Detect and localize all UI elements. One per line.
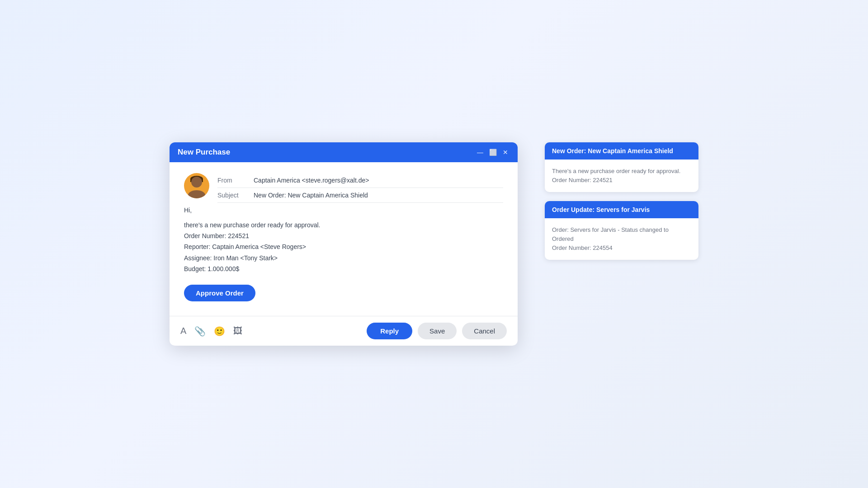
approve-order-button[interactable]: Approve Order [184, 285, 255, 301]
image-icon[interactable]: 🖼 [233, 326, 242, 336]
notification-header-1: New Order: New Captain America Shield [545, 142, 698, 160]
minimize-button[interactable]: — [476, 148, 484, 156]
save-button[interactable]: Save [418, 323, 457, 339]
notification-card-1: New Order: New Captain America Shield Th… [545, 142, 698, 192]
cancel-button[interactable]: Cancel [462, 323, 507, 339]
body-line4: Assignee: Iron Man <Tony Stark> [184, 253, 503, 263]
footer-icons: A 📎 🙂 🖼 [180, 326, 242, 337]
modal-body: From Captain America <steve.rogers@xalt.… [170, 162, 518, 316]
body-line3: Reporter: Captain America <Steve Rogers> [184, 242, 503, 252]
email-body: there's a new purchase order ready for a… [184, 220, 503, 274]
main-container: New Purchase — ⬜ ✕ [170, 142, 698, 346]
modal-titlebar: New Purchase — ⬜ ✕ [170, 142, 518, 162]
from-value: Captain America <steve.rogers@xalt.de> [254, 177, 369, 184]
notification-title-1: New Order: New Captain America Shield [552, 147, 673, 155]
from-label: From [217, 177, 254, 184]
email-header: From Captain America <steve.rogers@xalt.… [184, 173, 503, 203]
emoji-icon[interactable]: 🙂 [214, 326, 225, 337]
avatar [184, 173, 209, 198]
subject-field: Subject New Order: New Captain America S… [217, 188, 503, 203]
notification-title-2: Order Update: Servers for Jarvis [552, 206, 650, 213]
avatar-head [191, 177, 202, 188]
notification-body-2: Order: Servers for Jarvis - Status chang… [545, 218, 698, 260]
avatar-body [188, 190, 205, 198]
notification-header-2: Order Update: Servers for Jarvis [545, 201, 698, 218]
body-line1: there's a new purchase order ready for a… [184, 220, 503, 230]
modal-footer: A 📎 🙂 🖼 Reply Save Cancel [170, 316, 518, 346]
notifications-panel: New Order: New Captain America Shield Th… [545, 142, 698, 260]
body-line5: Budget: 1.000.000$ [184, 264, 503, 274]
subject-value: New Order: New Captain America Shield [254, 192, 368, 199]
subject-label: Subject [217, 192, 254, 199]
notification-body-1: There's a new purchase order ready for a… [545, 160, 698, 192]
maximize-button[interactable]: ⬜ [489, 148, 497, 156]
from-field: From Captain America <steve.rogers@xalt.… [217, 173, 503, 188]
email-modal: New Purchase — ⬜ ✕ [170, 142, 518, 346]
notification-card-2: Order Update: Servers for Jarvis Order: … [545, 201, 698, 260]
notification-text-1: There's a new purchase order ready for a… [552, 167, 691, 185]
modal-title: New Purchase [178, 148, 230, 157]
window-controls: — ⬜ ✕ [476, 148, 509, 156]
email-content: Hi, there's a new purchase order ready f… [184, 203, 503, 305]
footer-actions: Reply Save Cancel [367, 323, 507, 339]
email-meta: From Captain America <steve.rogers@xalt.… [217, 173, 503, 203]
close-button[interactable]: ✕ [501, 148, 509, 156]
text-format-icon[interactable]: A [180, 326, 186, 336]
notification-text-2: Order: Servers for Jarvis - Status chang… [552, 225, 691, 253]
reply-button[interactable]: Reply [367, 323, 412, 339]
attachment-icon[interactable]: 📎 [194, 326, 206, 337]
body-line2: Order Number: 224521 [184, 231, 503, 241]
email-greeting: Hi, [184, 206, 503, 214]
